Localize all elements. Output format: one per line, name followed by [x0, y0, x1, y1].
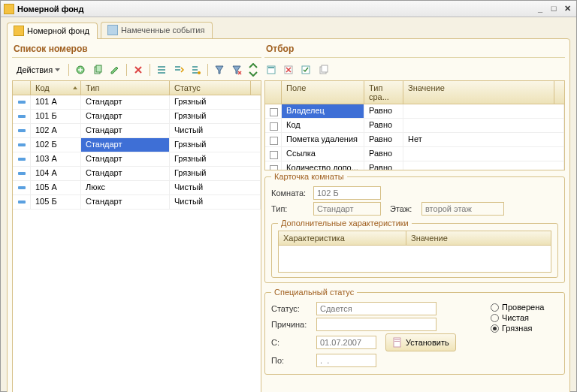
type-input[interactable]: [313, 202, 381, 216]
nav-down-button[interactable]: [248, 71, 258, 77]
radio-dirty[interactable]: Грязная: [491, 324, 558, 333]
table-row[interactable]: 101 БСтандартГрязный: [13, 110, 261, 124]
cell-cmp: Равно: [364, 161, 403, 170]
radio-checked[interactable]: Проверена: [491, 303, 558, 312]
filter-list-button[interactable]: [154, 62, 169, 77]
nav-up-button[interactable]: [248, 63, 258, 69]
copy-button[interactable]: [90, 62, 105, 77]
set-status-button[interactable]: Установить: [385, 333, 456, 351]
filter-clear-button[interactable]: [282, 62, 297, 77]
svg-point-11: [198, 71, 201, 74]
cell-type: Стандарт: [81, 138, 170, 152]
filter-grid-body[interactable]: ВладелецРавноКодРавноПометка удаленияРав…: [265, 104, 564, 170]
cell-code: 101 Б: [31, 110, 81, 123]
maximize-button[interactable]: □: [548, 4, 560, 14]
separator: [207, 64, 208, 76]
type-label: Тип:: [271, 204, 309, 213]
add-button[interactable]: [73, 62, 88, 77]
tab-room-fund[interactable]: Номерной фонд: [7, 23, 98, 39]
table-row[interactable]: 105 АЛюксЧистый: [13, 181, 261, 195]
cell-checkbox[interactable]: [265, 104, 282, 118]
col-cmp[interactable]: Тип сра...: [364, 81, 403, 104]
to-date-input[interactable]: [316, 354, 376, 367]
minimize-button[interactable]: _: [534, 4, 546, 14]
cell-type: Стандарт: [81, 152, 170, 166]
extras-grid[interactable]: Характеристика Значение: [278, 231, 551, 273]
svg-rect-5: [158, 72, 165, 74]
col-marker[interactable]: [13, 81, 31, 95]
status-input[interactable]: [316, 302, 437, 315]
col-field[interactable]: Поле: [282, 81, 364, 104]
cell-cmp: Равно: [364, 133, 403, 146]
edit-button[interactable]: [107, 62, 122, 77]
cell-type: Стандарт: [81, 195, 170, 209]
from-date-input[interactable]: [316, 336, 376, 349]
cell-field: Ссылка: [282, 147, 364, 161]
separator: [150, 64, 150, 76]
row-marker: [13, 110, 31, 123]
table-row[interactable]: Количество допо...Равно: [265, 161, 564, 170]
tab-events[interactable]: Намеченные события: [101, 22, 213, 38]
room-input[interactable]: [313, 186, 381, 200]
col-check[interactable]: [265, 81, 282, 104]
radio-icon: [491, 303, 499, 312]
funnel-button[interactable]: [212, 62, 227, 77]
col-type[interactable]: Тип: [81, 81, 170, 95]
table-row[interactable]: ВладелецРавно: [265, 104, 564, 119]
cell-code: 101 А: [31, 95, 81, 109]
cell-status: Чистый: [170, 124, 261, 137]
col-value[interactable]: Значение: [406, 231, 551, 245]
events-icon: [107, 25, 118, 35]
rooms-grid[interactable]: Код Тип Статус 101 АСтандартГрязный101 Б…: [12, 80, 261, 392]
cell-checkbox[interactable]: [265, 147, 282, 161]
cell-status: Грязный: [170, 138, 261, 152]
table-row[interactable]: 103 АСтандартГрязный: [13, 152, 261, 167]
cell-cmp: Равно: [364, 147, 403, 161]
row-marker: [13, 124, 31, 137]
radio-clean[interactable]: Чистая: [491, 313, 558, 322]
close-button[interactable]: ✕: [561, 4, 573, 14]
table-row[interactable]: Пометка удаленияРавноНет: [265, 133, 564, 147]
row-marker: [13, 95, 31, 109]
cell-cmp: Равно: [364, 119, 403, 132]
room-card-fieldset: Карточка комнаты Комната: Тип: Этаж: Доп…: [264, 172, 565, 283]
rooms-grid-body[interactable]: 101 АСтандартГрязный101 БСтандартГрязный…: [13, 95, 261, 392]
cell-checkbox[interactable]: [265, 119, 282, 132]
reason-input[interactable]: [316, 318, 437, 331]
cell-field: Пометка удаления: [282, 133, 364, 146]
col-status[interactable]: Статус: [170, 81, 250, 95]
filter-field-button[interactable]: [264, 62, 279, 77]
floor-label: Этаж:: [390, 204, 417, 213]
extras-legend: Дополнительные характеристики: [278, 219, 412, 228]
table-row[interactable]: 102 АСтандартЧистый: [13, 124, 261, 138]
filter-grid[interactable]: Поле Тип сра... Значение ВладелецРавноКо…: [264, 80, 565, 170]
cell-status: Чистый: [170, 181, 261, 194]
reason-label: Причина:: [271, 320, 312, 329]
col-val[interactable]: Значение: [403, 81, 554, 104]
tab-label: Номерной фонд: [27, 26, 89, 35]
delete-button[interactable]: [131, 62, 146, 77]
funnel-clear-button[interactable]: [229, 62, 244, 77]
filter-check-button[interactable]: [299, 62, 314, 77]
table-row[interactable]: СсылкаРавно: [265, 147, 564, 161]
table-row[interactable]: 104 АСтандартГрязный: [13, 167, 261, 181]
svg-rect-20: [394, 341, 400, 342]
table-row[interactable]: 101 АСтандартГрязный: [13, 95, 261, 110]
svg-rect-10: [192, 72, 198, 74]
table-row[interactable]: 102 БСтандартГрязный: [13, 138, 261, 152]
table-row[interactable]: 105 БСтандартЧистый: [13, 195, 261, 210]
table-row[interactable]: КодРавно: [265, 119, 564, 133]
filter-by-value-button[interactable]: [171, 62, 186, 77]
filter-copy-button[interactable]: [316, 62, 331, 77]
col-code[interactable]: Код: [31, 81, 81, 95]
actions-dropdown[interactable]: Действия: [12, 62, 65, 77]
floor-input[interactable]: [421, 202, 504, 216]
filter-settings-button[interactable]: [189, 62, 204, 77]
row-marker: [13, 181, 31, 194]
col-characteristic[interactable]: Характеристика: [279, 231, 406, 245]
tab-bar: Номерной фонд Намеченные события: [1, 17, 576, 38]
left-pane: Список номеров Действия: [8, 39, 261, 392]
cell-checkbox[interactable]: [265, 133, 282, 146]
cell-field: Владелец: [282, 104, 364, 118]
cell-checkbox[interactable]: [265, 161, 282, 170]
